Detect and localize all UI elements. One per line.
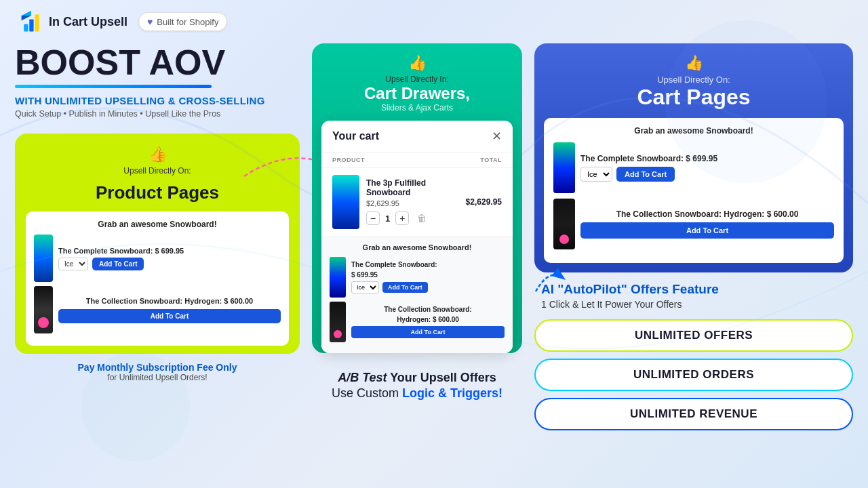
svg-rect-4 xyxy=(35,14,39,31)
product-upsell-label: Upsell Directly On: xyxy=(26,166,289,176)
heart-icon: ♥ xyxy=(147,16,153,27)
qty-increase-btn[interactable]: + xyxy=(395,211,409,225)
cart-variant-row-1: Ice Add To Cart xyxy=(351,281,505,293)
cart-product-name-2a: The Collection Snowboard: xyxy=(351,306,505,313)
product-name-2: The Collection Snowboard: Hydrogen: $ 60… xyxy=(58,297,281,305)
close-cart-button[interactable]: ✕ xyxy=(492,129,502,144)
cart-upsell-offer-section: Grab an awesome Snowboard! The Complete … xyxy=(321,237,513,353)
cp-product-details-2: The Collection Snowboard: Hydrogen: $ 60… xyxy=(580,209,834,239)
ab-test-highlight: A/B Test xyxy=(338,371,387,384)
table-col-product: PRODUCT xyxy=(332,157,365,163)
cart-snowboard-img-2 xyxy=(330,302,346,342)
cart-drawer-header: 👍 Upsell Directly In: Cart Drawers, Slid… xyxy=(321,54,513,113)
variant-select-1[interactable]: Ice xyxy=(58,258,88,270)
shopify-badge-text: Built for Shopify xyxy=(157,17,218,27)
header: In Cart Upsell ♥ Built for Shopify xyxy=(0,0,868,43)
cp-snowboard-img-1 xyxy=(553,142,575,193)
cart-item-total: $2,629.95 xyxy=(466,197,502,207)
left-section: BOOST AOV WITH UNLIMITED UPSELLING & CRO… xyxy=(15,43,300,382)
unlimited-revenue-pill: UNLIMITED REVENUE xyxy=(534,398,853,430)
cart-item-row: The 3p Fulfilled Snowboard $2,629.95 − 1… xyxy=(321,168,513,237)
cart-modal-title: Your cart xyxy=(332,130,379,142)
unlimited-offers-pill: UNLIMITED OFFERS xyxy=(534,319,853,352)
cp-product-name-1: The Complete Snowboard: $ 699.95 xyxy=(580,154,834,163)
cart-pages-title: Cart Pages xyxy=(544,85,844,110)
middle-section: 👍 Upsell Directly In: Cart Drawers, Slid… xyxy=(312,43,522,407)
cart-modal: Your cart ✕ PRODUCT TOTAL The 3p Fulfill… xyxy=(321,121,513,353)
cp-offer-headline: Grab an awesome Snowboard! xyxy=(553,126,834,136)
cp-variant-row-1: Ice Add To Cart xyxy=(580,167,834,182)
cart-add-btn-2[interactable]: Add To Cart xyxy=(351,326,505,338)
autopilot-sub: 1 Click & Let It Power Your Offers xyxy=(541,299,853,310)
cart-product-details-2: The Collection Snowboard: Hydrogen: $ 60… xyxy=(351,306,505,338)
shopify-badge: ♥ Built for Shopify xyxy=(138,12,227,31)
cart-drawer-title-2: Sliders & Ajax Carts xyxy=(321,103,513,113)
cp-product-row-2: The Collection Snowboard: Hydrogen: $ 60… xyxy=(553,199,834,249)
cp-add-btn-2[interactable]: Add To Cart xyxy=(580,222,834,239)
unlimited-orders-pill: UNLIMITED ORDERS xyxy=(534,359,853,391)
cart-item-details: The 3p Fulfilled Snowboard $2,629.95 − 1… xyxy=(366,178,459,225)
product-name-1: The Complete Snowboard: $ 699.95 xyxy=(58,247,281,255)
product-details-1: The Complete Snowboard: $ 699.95 Ice Add… xyxy=(58,247,281,270)
ab-test-text-1: Your Upsell Offers xyxy=(390,371,496,384)
boost-title: BOOST AOV xyxy=(15,43,300,82)
cart-item-name: The 3p Fulfilled Snowboard xyxy=(366,178,459,197)
cart-product-name-2b: Hydrogen: $ 600.00 xyxy=(351,316,505,323)
product-offer-box: Grab an awesome Snowboard! The Complete … xyxy=(26,211,289,346)
cp-product-name-2: The Collection Snowboard: Hydrogen: $ 60… xyxy=(580,209,834,219)
add-to-cart-btn-1[interactable]: Add To Cart xyxy=(92,258,144,270)
unlimited-pills: UNLIMITED OFFERS UNLIMITED ORDERS UNLIMI… xyxy=(534,319,853,430)
ab-test-section: A/B Test Your Upsell Offers Use Custom L… xyxy=(312,363,522,407)
qty-decrease-btn[interactable]: − xyxy=(366,211,380,225)
qty-controls: − 1 + 🗑 xyxy=(366,211,459,225)
autopilot-title: AI "AutoPilot" Offers Feature xyxy=(541,282,853,297)
product-offer-headline: Grab an awesome Snowboard! xyxy=(34,220,281,229)
cp-product-row-1: The Complete Snowboard: $ 699.95 Ice Add… xyxy=(553,142,834,193)
cart-pages-offer-box: Grab an awesome Snowboard! The Complete … xyxy=(544,118,844,263)
table-col-total: TOTAL xyxy=(480,157,502,163)
cart-add-btn-1[interactable]: Add To Cart xyxy=(382,282,428,293)
cp-snowboard-img-2 xyxy=(553,199,575,249)
hero-subtitle-bold: WITH UNLIMITED UPSELLING & CROSS-SELLING xyxy=(15,95,300,106)
cp-variant-select-1[interactable]: Ice xyxy=(580,167,612,182)
main-content: BOOST AOV WITH UNLIMITED UPSELLING & CRO… xyxy=(0,43,868,430)
cp-product-details-1: The Complete Snowboard: $ 699.95 Ice Add… xyxy=(580,154,834,182)
cart-product-name-1a: The Complete Snowboard: xyxy=(351,261,505,268)
cart-product-name-1b: $ 699.95 xyxy=(351,271,505,279)
pay-monthly-section: Pay Monthly Subscription Fee Only for Un… xyxy=(15,362,300,382)
svg-marker-5 xyxy=(22,11,31,16)
product-details-2: The Collection Snowboard: Hydrogen: $ 60… xyxy=(58,297,281,323)
qty-number: 1 xyxy=(385,214,390,224)
logic-triggers-text: Logic & Triggers! xyxy=(402,386,502,400)
product-card-title: Product Pages xyxy=(26,182,289,203)
hero-subtitle-sub: Quick Setup • Publish in Minutes • Upsel… xyxy=(15,109,300,119)
boost-underline xyxy=(15,85,212,88)
ab-test-line1: A/B Test Your Upsell Offers xyxy=(312,369,522,386)
cart-snowboard-img-1 xyxy=(330,257,346,298)
logo-text: In Cart Upsell xyxy=(49,15,127,29)
product-row-1: The Complete Snowboard: $ 699.95 Ice Add… xyxy=(34,235,281,282)
add-to-cart-btn-2[interactable]: Add To Cart xyxy=(58,309,281,323)
cart-product-details-1: The Complete Snowboard: $ 699.95 Ice Add… xyxy=(351,261,505,293)
cart-drawer-title-1: Cart Drawers, xyxy=(321,84,513,103)
cart-table-header: PRODUCT TOTAL xyxy=(321,152,513,168)
cart-modal-header: Your cart ✕ xyxy=(321,121,513,152)
trash-icon[interactable]: 🗑 xyxy=(417,213,427,224)
cart-item-price: $2,629.95 xyxy=(366,199,459,207)
svg-rect-3 xyxy=(29,19,33,31)
cart-variant-select-1[interactable]: Ice xyxy=(351,281,379,293)
ab-test-line2: Use Custom Logic & Triggers! xyxy=(312,386,522,401)
cart-upsell-label: Upsell Directly In: xyxy=(321,75,513,84)
autopilot-section: AI "AutoPilot" Offers Feature 1 Click & … xyxy=(534,282,853,310)
cart-offer-headline: Grab an awesome Snowboard! xyxy=(330,243,505,251)
svg-rect-2 xyxy=(24,24,28,32)
cart-thumbs-up-icon: 👍 xyxy=(321,54,513,72)
cart-product-row-1: The Complete Snowboard: $ 699.95 Ice Add… xyxy=(330,257,505,298)
cp-add-btn-1[interactable]: Add To Cart xyxy=(616,167,675,182)
right-section: 👍 Upsell Directly On: Cart Pages Grab an… xyxy=(534,43,853,430)
pay-monthly-sub: for Unlimited Upsell Orders! xyxy=(15,373,300,382)
snowboard-image-1 xyxy=(34,235,53,282)
cart-product-row-2: The Collection Snowboard: Hydrogen: $ 60… xyxy=(330,302,505,342)
cart-pages-label: Upsell Directly On: xyxy=(544,75,844,85)
snowboard-image-2 xyxy=(34,286,53,333)
